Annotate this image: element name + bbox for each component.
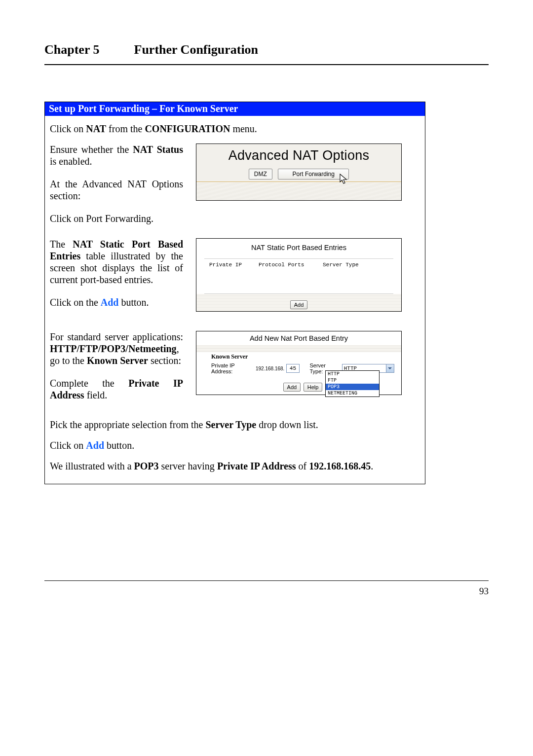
chapter-title: Further Configuration	[134, 42, 259, 57]
form-add-button[interactable]: Add	[283, 383, 301, 392]
col-server-type: Server Type	[323, 262, 388, 268]
page-number: 93	[44, 586, 489, 597]
dropdown-option-pop3[interactable]: POP3	[326, 384, 379, 390]
at-adv-para: At the Advanced NAT Options section:	[50, 178, 183, 202]
chapter-label: Chapter 5	[44, 42, 131, 57]
stdapp-para: For standard server applications: HTTP/F…	[50, 331, 183, 366]
dmz-button[interactable]: DMZ	[249, 169, 272, 180]
ip-last-octet-input[interactable]: 45	[286, 364, 299, 373]
pick-para: Pick the appropriate selection from the …	[50, 419, 419, 431]
instruction-panel: Set up Port Forwarding – For Known Serve…	[44, 102, 425, 484]
entries-table: Private IP Protocol Ports Server Type	[204, 258, 393, 294]
screenshot-advanced-nat-options: Advanced NAT Options DMZ Port Forwarding	[196, 144, 402, 201]
dropdown-option-netmeeting[interactable]: NETMEETING	[326, 390, 379, 396]
server-type-dropdown: HTTP FTP POP3 NETMEETING	[325, 370, 380, 397]
col-protocol-ports: Protocol Ports	[259, 262, 323, 268]
dropdown-option-http[interactable]: HTTP	[326, 371, 379, 377]
chevron-down-icon	[386, 364, 394, 372]
add-link-1: Add	[101, 297, 119, 308]
click-pf-para: Click on Port Forwarding.	[50, 213, 183, 224]
running-header: Chapter 5 Further Configuration	[44, 42, 489, 57]
dropdown-option-ftp[interactable]: FTP	[326, 377, 379, 384]
shot3-title: Add New Nat Port Based Entry	[196, 331, 401, 345]
complete-para: Complete the Private IP Address field.	[50, 377, 183, 401]
shot2-title: NAT Static Port Based Entries	[196, 239, 401, 258]
ip-prefix: 192.168.168.	[256, 366, 284, 371]
ip-label: Private IP Address:	[211, 362, 254, 374]
entries-add-button[interactable]: Add	[290, 300, 308, 309]
entries-para: The NAT Static Port Based Entries table …	[50, 238, 183, 286]
screenshot-add-entry: Add New Nat Port Based Entry Known Serve…	[196, 331, 402, 395]
shot1-title: Advanced NAT Options	[196, 148, 401, 163]
form-help-button[interactable]: Help	[304, 383, 323, 392]
port-forwarding-button[interactable]: Port Forwarding	[278, 169, 349, 180]
footer-rule	[44, 580, 489, 581]
panel-title: Set up Port Forwarding – For Known Serve…	[45, 102, 425, 116]
col-private-ip: Private IP	[209, 262, 259, 268]
panel-body: Click on NAT from the CONFIGURATION menu…	[45, 116, 425, 484]
add-link-2: Add	[86, 440, 104, 451]
screenshot-nat-entries: NAT Static Port Based Entries Private IP…	[196, 238, 402, 312]
click-add2-para: Click on Add button.	[50, 439, 419, 451]
header-rule	[44, 64, 489, 65]
intro-para: Click on NAT from the CONFIGURATION menu…	[50, 123, 419, 135]
click-add-para: Click on the Add button.	[50, 296, 183, 308]
known-server-legend: Known Server	[211, 353, 394, 360]
illustrated-para: We illustrated with a POP3 server having…	[50, 460, 419, 472]
ensure-para: Ensure whether the NAT Status is enabled…	[50, 144, 183, 167]
